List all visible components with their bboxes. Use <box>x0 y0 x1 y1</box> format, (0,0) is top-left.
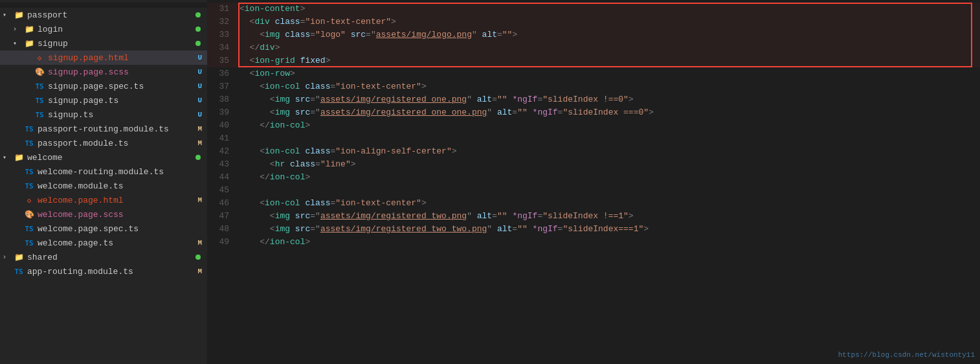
code-line: 33 <img class="logo" src="assets/img/log… <box>207 28 980 41</box>
ts-icon: TS <box>23 181 35 191</box>
ts-icon: TS <box>34 96 45 106</box>
folder-icon: 📁 <box>23 25 35 34</box>
code-line: 42 <ion-col class="ion-align-self-certer… <box>207 145 980 158</box>
sidebar-item-welcome.page.html[interactable]: ◇welcome.page.htmlM <box>0 193 207 207</box>
file-label: app-routing.module.ts <box>27 267 192 277</box>
sidebar-item-shared[interactable]: ›📁shared <box>0 250 207 264</box>
ts-icon: TS <box>23 124 35 134</box>
code-content: 31<ion-content>32 <div class="ion-text-c… <box>207 0 980 251</box>
sidebar-item-welcome.page.spec.ts[interactable]: TSwelcome.page.spec.ts <box>0 222 207 236</box>
line-number: 47 <box>207 210 239 223</box>
line-number: 35 <box>207 54 239 67</box>
folder-arrow-icon: › <box>3 254 13 261</box>
line-number: 37 <box>207 80 239 93</box>
code-line: 44 </ion-col> <box>207 171 980 184</box>
sidebar-item-welcome.page.ts[interactable]: TSwelcome.page.tsM <box>0 236 207 250</box>
html-icon: ◇ <box>34 53 45 63</box>
code-line: 37 <ion-col class="ion-text-center"> <box>207 80 980 93</box>
line-content: <ion-content> <box>239 3 980 16</box>
file-label: welcome.page.scss <box>38 210 205 220</box>
sidebar-item-signup.page.html[interactable]: ◇signup.page.htmlU <box>0 51 207 65</box>
file-badge: U <box>195 111 205 119</box>
line-number: 39 <box>207 106 239 119</box>
sidebar-item-welcome.page.scss[interactable]: 🎨welcome.page.scss <box>0 207 207 222</box>
line-content: <ion-col class="ion-text-center"> <box>239 197 980 210</box>
file-label: signup.page.html <box>48 53 192 63</box>
file-label: signup.page.ts <box>48 96 192 106</box>
file-badge: U <box>195 97 205 104</box>
line-number: 43 <box>207 158 239 171</box>
line-content: </div> <box>239 41 980 54</box>
status-dot <box>195 255 201 260</box>
line-content: <ion-grid fixed> <box>239 54 980 67</box>
sidebar-item-welcome.module.ts[interactable]: TSwelcome.module.ts <box>0 179 207 193</box>
line-number: 48 <box>207 223 239 236</box>
code-line: 36 <ion-row> <box>207 67 980 80</box>
code-line: 34 </div> <box>207 41 980 54</box>
ts-icon: TS <box>23 224 35 234</box>
line-content: <hr class="line"> <box>239 158 980 171</box>
sidebar-item-welcome-routing.module.ts[interactable]: TSwelcome-routing.module.ts <box>0 165 207 179</box>
folder-arrow-icon: › <box>13 26 23 33</box>
file-badge: U <box>195 82 205 90</box>
explorer-title <box>0 3 207 8</box>
file-label: shared <box>27 253 195 262</box>
file-label: welcome.page.ts <box>38 238 192 248</box>
status-dot <box>195 155 201 160</box>
line-content: <div class="ion-text-center"> <box>239 16 980 28</box>
sidebar-item-signup[interactable]: ▾📁signup <box>0 36 207 51</box>
line-number: 42 <box>207 145 239 158</box>
file-label: welcome.page.spec.ts <box>38 224 205 234</box>
ts-icon: TS <box>23 167 35 177</box>
code-line: 35 <ion-grid fixed> <box>207 54 980 67</box>
line-content: </ion-col> <box>239 171 980 184</box>
line-content: <img src="assets/img/registered_one_one.… <box>239 106 980 119</box>
sidebar-item-signup.page.ts[interactable]: TSsignup.page.tsU <box>0 93 207 108</box>
line-number: 38 <box>207 93 239 106</box>
status-dot <box>195 27 201 32</box>
code-line: 48 <img src="assets/img/registered_two_t… <box>207 223 980 236</box>
sidebar-item-passport-routing.module.ts[interactable]: TSpassport-routing.module.tsM <box>0 122 207 136</box>
folder-arrow-icon: ▾ <box>3 154 13 161</box>
line-number: 36 <box>207 67 239 80</box>
line-content: <ion-col class="ion-align-self-certer"> <box>239 145 980 158</box>
folder-icon: 📁 <box>13 253 25 262</box>
watermark: https://blog.csdn.net/wistonty11 <box>838 351 975 359</box>
sidebar-item-passport.module.ts[interactable]: TSpassport.module.tsM <box>0 136 207 150</box>
sidebar-item-app-routing.module.ts[interactable]: TSapp-routing.module.tsM <box>0 264 207 279</box>
sidebar-item-passport[interactable]: ▾📁passport <box>0 8 207 22</box>
ts-icon: TS <box>23 139 35 148</box>
sidebar-item-login[interactable]: ›📁login <box>0 22 207 36</box>
file-label: passport-routing.module.ts <box>38 124 192 134</box>
line-content: <ion-row> <box>239 67 980 80</box>
sidebar-item-signup.page.spec.ts[interactable]: TSsignup.page.spec.tsU <box>0 79 207 93</box>
folder-icon: 📁 <box>13 10 25 20</box>
line-number: 34 <box>207 41 239 54</box>
html-icon: ◇ <box>23 196 35 205</box>
scss-icon: 🎨 <box>23 210 35 220</box>
scss-icon: 🎨 <box>34 67 45 77</box>
folder-arrow-icon: ▾ <box>3 11 13 19</box>
line-number: 49 <box>207 236 239 249</box>
sidebar-item-welcome[interactable]: ▾📁welcome <box>0 150 207 165</box>
line-number: 46 <box>207 197 239 210</box>
line-content: <img src="assets/img/registered_one.png"… <box>239 93 980 106</box>
file-label: login <box>38 25 195 34</box>
folder-arrow-icon: ▾ <box>13 40 23 47</box>
file-label: signup <box>38 39 195 49</box>
line-number: 44 <box>207 171 239 184</box>
line-content: </ion-col> <box>239 236 980 249</box>
line-content: <img class="logo" src="assets/img/logo.p… <box>239 28 980 41</box>
code-line: 45 <box>207 184 980 197</box>
file-label: welcome.page.html <box>38 196 192 205</box>
code-line: 43 <hr class="line"> <box>207 158 980 171</box>
ts-icon: TS <box>34 110 45 120</box>
folder-icon: 📁 <box>13 153 25 163</box>
sidebar-item-signup.ts[interactable]: TSsignup.tsU <box>0 108 207 122</box>
sidebar-item-signup.page.scss[interactable]: 🎨signup.page.scssU <box>0 65 207 79</box>
line-content: </ion-col> <box>239 119 980 132</box>
file-explorer: ▾📁passport›📁login▾📁signup◇signup.page.ht… <box>0 0 207 364</box>
line-number: 40 <box>207 119 239 132</box>
file-badge: M <box>195 125 205 133</box>
file-label: passport <box>27 10 195 20</box>
